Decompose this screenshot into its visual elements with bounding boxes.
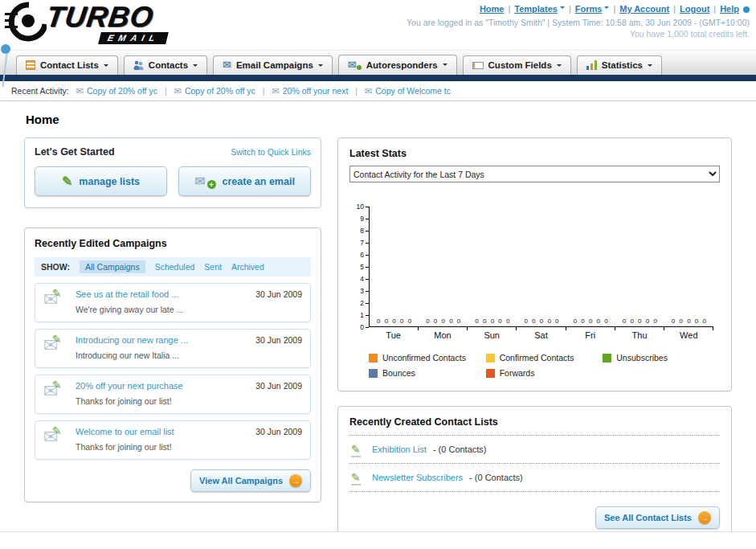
chart-y-tick: 7 <box>360 239 369 247</box>
campaign-list-item: ✉✎ Welcome to our email list Thanks for … <box>35 420 311 460</box>
login-info: You are logged in as "Timothy Smith" | S… <box>407 18 750 27</box>
chevron-down-icon <box>560 6 565 11</box>
email-campaigns-icon: ✉ <box>223 60 231 70</box>
switch-quick-links[interactable]: Switch to Quick Links <box>231 147 311 157</box>
nav-link-forms[interactable]: Forms <box>575 4 603 14</box>
contacts-icon <box>133 60 144 70</box>
chart-category-cell: 0 0 0 0 0 <box>419 207 468 326</box>
chart-y-tick: 4 <box>360 275 369 283</box>
tab-autoresponders[interactable]: ✉ Autoresponders <box>338 55 457 75</box>
pencil-paper-icon: ✎ <box>351 443 366 456</box>
nav-link-my-account[interactable]: My Account <box>619 4 669 14</box>
envelope-icon: ✉ <box>272 86 280 96</box>
recent-activity-item: ✉ 20% off your next <box>272 86 349 96</box>
envelope-icon: ✉ <box>365 86 372 96</box>
green-dot-icon <box>357 65 362 70</box>
get-started-panel: Let's Get Started Switch to Quick Links … <box>24 137 321 208</box>
legend-label: Unsubscribes <box>616 353 668 363</box>
manage-lists-button[interactable]: ✎ manage lists <box>35 166 167 196</box>
filter-scheduled[interactable]: Scheduled <box>155 262 195 272</box>
recent-activity-link[interactable]: Copy of Welcome tc <box>375 86 451 96</box>
email-pencil-icon: ✉✎ <box>43 289 67 316</box>
contact-list-link[interactable]: Newsletter Subscribers <box>372 473 463 482</box>
envelope-icon: ✉ <box>76 86 84 96</box>
tab-label: Statistics <box>602 60 643 70</box>
chart-value-labels: 0 0 0 0 0 <box>468 318 517 325</box>
help-bubble-icon[interactable] <box>743 6 750 13</box>
contact-lists-panel: Recently Created Contact Lists ✎ Exhibit… <box>337 406 732 541</box>
divider: | <box>673 4 676 14</box>
contact-lists-icon <box>26 60 35 70</box>
recent-activity-link[interactable]: Copy of 20% off yc <box>87 86 157 96</box>
chart-y-tick: 9 <box>360 215 369 223</box>
legend-entry: Unconfirmed Contacts <box>369 353 486 363</box>
tab-custom-fields[interactable]: Custom Fields <box>463 55 571 75</box>
campaign-title-link[interactable]: Welcome to our email list <box>76 427 174 436</box>
campaign-filter-bar: SHOW: All Campaigns Scheduled Sent Archi… <box>35 257 311 277</box>
logo-title: TURBO <box>44 2 155 32</box>
chart-y-tick: 5 <box>360 263 369 271</box>
filter-sent[interactable]: Sent <box>204 262 222 272</box>
chevron-down-icon <box>648 64 652 69</box>
legend-swatch-icon <box>486 369 495 378</box>
email-pencil-icon: ✉✎ <box>43 335 67 362</box>
chart-value-labels: 0 0 0 0 0 <box>370 318 419 325</box>
tab-statistics[interactable]: Statistics <box>577 55 662 75</box>
create-email-button[interactable]: ✉ + create an email <box>178 166 311 196</box>
chart-value-labels: 0 0 0 0 0 <box>615 318 664 325</box>
campaign-date: 30 Jun 2009 <box>255 427 302 436</box>
main-nav-tabs: Contact Lists Contacts ✉ Email Campaigns… <box>0 50 756 75</box>
chart-x-label: Fri <box>566 330 615 340</box>
nav-link-templates[interactable]: Templates <box>514 4 558 14</box>
chart-plot: 0 0 0 0 00 0 0 0 00 0 0 0 00 0 0 0 00 0 … <box>369 207 713 327</box>
filter-all-campaigns[interactable]: All Campaigns <box>80 260 145 273</box>
recent-activity-link[interactable]: Copy of 20% off yc <box>185 86 255 96</box>
chart-x-label: Sat <box>517 330 566 340</box>
campaign-list-item: ✉✎ 20% off your next purchase Thanks for… <box>35 375 311 414</box>
chevron-down-icon <box>443 64 447 68</box>
tab-contacts[interactable]: Contacts <box>124 55 207 75</box>
email-pencil-icon: ✉✎ <box>43 427 67 453</box>
campaign-subtitle: Thanks for joining our list! <box>76 396 172 406</box>
chart-x-label: Mon <box>418 330 467 340</box>
nav-link-home[interactable]: Home <box>480 4 505 14</box>
chart-category-cell: 0 0 0 0 0 <box>468 207 517 326</box>
divider: | <box>713 4 716 14</box>
campaign-title-link[interactable]: Introducing our new range ... <box>76 335 188 345</box>
campaign-date: 30 Jun 2009 <box>255 289 302 299</box>
see-all-contact-lists-button[interactable]: See All Contact Lists → <box>595 506 720 529</box>
chart-x-axis: TueMonSunSatFriThuWed <box>369 330 713 340</box>
tab-email-campaigns[interactable]: ✉ Email Campaigns <box>213 55 333 75</box>
see-all-contact-lists-label: See All Contact Lists <box>604 513 692 522</box>
chevron-down-icon <box>557 64 562 69</box>
email-pencil-icon: ✉✎ <box>43 381 67 408</box>
campaign-date: 30 Jun 2009 <box>255 381 302 391</box>
filter-archived[interactable]: Archived <box>231 262 264 272</box>
chevron-down-icon <box>193 64 198 69</box>
legend-entry: Confirmed Contacts <box>486 353 603 363</box>
legend-entry: Unsubscribes <box>603 353 720 363</box>
view-all-campaigns-button[interactable]: View All Campaigns → <box>190 469 311 492</box>
contact-list-link[interactable]: Exhibition List <box>372 445 427 454</box>
top-nav: Home|Templates|Forms|My Account|Logout|H… <box>407 4 750 14</box>
pencil-icon: ✎ <box>62 176 72 187</box>
header-right: Home|Templates|Forms|My Account|Logout|H… <box>407 4 750 39</box>
turbo-email-logo: TURBO EMAIL <box>5 2 153 42</box>
recent-activity-link[interactable]: 20% off your next <box>283 86 349 96</box>
tab-label: Custom Fields <box>488 60 552 70</box>
tab-contact-lists[interactable]: Contact Lists <box>16 55 118 75</box>
stats-period-select[interactable]: Contact Activity for the Last 7 Days <box>349 166 720 182</box>
campaign-title-link[interactable]: 20% off your next purchase <box>76 381 183 391</box>
nav-link-help[interactable]: Help <box>720 4 739 14</box>
campaign-date: 30 Jun 2009 <box>255 335 302 345</box>
chart-y-tick: 2 <box>360 299 369 307</box>
chart-value-labels: 0 0 0 0 0 <box>517 318 566 325</box>
nav-link-logout[interactable]: Logout <box>680 4 709 14</box>
navy-divider-bar <box>0 75 756 81</box>
chart-y-tick: 6 <box>360 251 369 259</box>
header: TURBO EMAIL Home|Templates|Forms|My Acco… <box>0 0 756 50</box>
divider: | <box>613 4 615 14</box>
campaign-title-link[interactable]: See us at the retail food ... <box>76 289 183 299</box>
legend-swatch-icon <box>369 369 378 378</box>
recent-activity-item: ✉ Copy of 20% off yc <box>76 86 157 96</box>
